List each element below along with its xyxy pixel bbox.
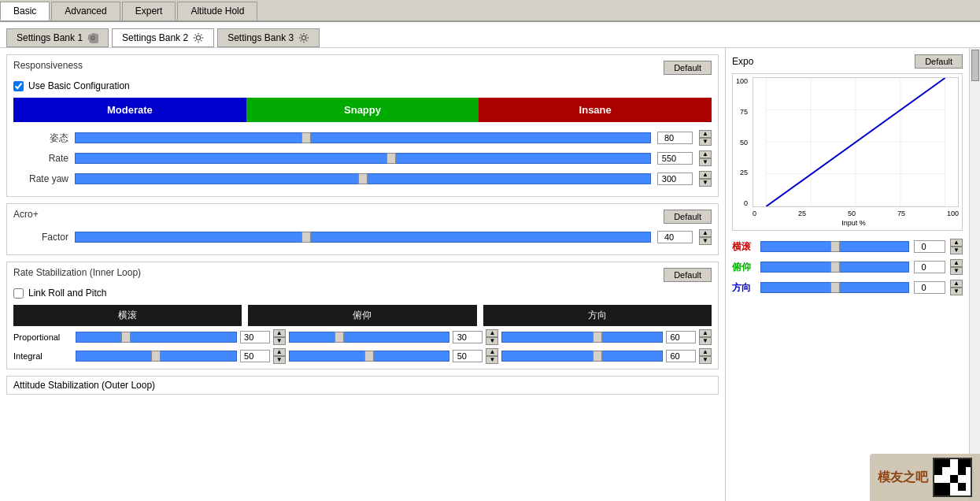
rate-yaw-slider[interactable] xyxy=(75,173,651,184)
gear-icon-2 xyxy=(193,32,204,43)
y-axis: 100 75 50 25 0 xyxy=(736,77,749,207)
rate-yaw-spin-down[interactable]: ▼ xyxy=(699,179,712,187)
int-roll-down[interactable]: ▼ xyxy=(273,356,286,364)
int-pitch-value[interactable]: 50 xyxy=(453,350,483,362)
prop-pitch-down[interactable]: ▼ xyxy=(486,337,498,345)
prop-pitch-value[interactable]: 30 xyxy=(453,331,483,343)
expo-sliders: 横滚 0 ▲ ▼ 俯仰 0 ▲ ▼ 方向 xyxy=(732,239,963,295)
x-tick-50: 50 xyxy=(848,210,856,217)
expo-pitch-slider[interactable] xyxy=(760,262,909,273)
tab-advanced[interactable]: Advanced xyxy=(51,2,120,20)
int-roll-up[interactable]: ▲ xyxy=(273,348,286,356)
int-yaw-slider[interactable] xyxy=(501,351,663,362)
expo-yaw-up[interactable]: ▲ xyxy=(950,280,963,288)
expo-roll-up[interactable]: ▲ xyxy=(950,239,963,247)
int-yaw-up[interactable]: ▲ xyxy=(699,348,712,356)
bank-tab-1[interactable]: Settings Bank 1 xyxy=(6,28,109,47)
bank-tab-2[interactable]: Settings Bank 2 xyxy=(112,28,214,47)
bank-tab-3[interactable]: Settings Bank 3 xyxy=(217,28,320,47)
expo-chart: 100 75 50 25 0 xyxy=(732,73,963,231)
rate-yaw-slider-row: Rate yaw 300 ▲ ▼ xyxy=(13,171,712,187)
expo-pitch-row: 俯仰 0 ▲ ▼ xyxy=(732,259,963,275)
tab-basic[interactable]: Basic xyxy=(0,2,50,20)
expo-roll-slider[interactable] xyxy=(760,241,909,252)
expo-yaw-down[interactable]: ▼ xyxy=(950,288,963,295)
mode-buttons: Moderate Snappy Insane xyxy=(13,98,712,122)
factor-slider[interactable] xyxy=(75,232,651,243)
int-pitch-spin: ▲ ▼ xyxy=(486,348,498,364)
int-pitch-up[interactable]: ▲ xyxy=(486,348,498,356)
prop-roll-down[interactable]: ▼ xyxy=(273,337,286,345)
expo-pitch-label: 俯仰 xyxy=(732,261,756,274)
expo-yaw-slider[interactable] xyxy=(760,282,909,293)
responsiveness-default-btn[interactable]: Default xyxy=(664,61,712,75)
x-tick-0: 0 xyxy=(753,210,756,217)
inner-loop-headers: 横滚 俯仰 方向 xyxy=(13,305,712,326)
prop-roll-slider[interactable] xyxy=(76,332,237,343)
y-tick-100: 100 xyxy=(736,77,748,85)
gear-icon-3 xyxy=(298,32,309,43)
acro-section: Acro+ Default Factor 40 ▲ ▼ xyxy=(6,203,719,255)
prop-roll-value[interactable]: 30 xyxy=(240,331,270,343)
rate-slider[interactable] xyxy=(75,153,651,164)
link-roll-pitch-checkbox[interactable] xyxy=(13,288,24,299)
int-pitch-down[interactable]: ▼ xyxy=(486,356,498,364)
attitude-spin-up[interactable]: ▲ xyxy=(699,130,712,138)
vertical-scrollbar[interactable] xyxy=(969,48,980,501)
prop-yaw-value[interactable]: 60 xyxy=(666,331,696,343)
rate-yaw-value[interactable]: 300 xyxy=(657,173,693,185)
rate-value[interactable]: 550 xyxy=(657,152,693,165)
mode-btn-insane[interactable]: Insane xyxy=(479,98,712,122)
x-tick-75: 75 xyxy=(897,210,905,217)
rate-yaw-spin-up[interactable]: ▲ xyxy=(699,171,712,179)
rate-spin-down[interactable]: ▼ xyxy=(699,158,712,166)
prop-roll-up[interactable]: ▲ xyxy=(273,329,286,337)
factor-spin-down[interactable]: ▼ xyxy=(699,237,712,245)
attitude-spin-down[interactable]: ▼ xyxy=(699,138,712,146)
prop-yaw-up[interactable]: ▲ xyxy=(699,329,712,337)
factor-value[interactable]: 40 xyxy=(657,231,693,243)
expo-pitch-up[interactable]: ▲ xyxy=(950,259,963,267)
factor-spin-up[interactable]: ▲ xyxy=(699,229,712,237)
use-basic-config-checkbox[interactable] xyxy=(13,81,24,91)
prop-pitch-slider[interactable] xyxy=(289,332,450,343)
int-pitch-slider[interactable] xyxy=(289,351,450,362)
int-roll-spin: ▲ ▼ xyxy=(273,348,286,364)
int-yaw-down[interactable]: ▼ xyxy=(699,356,712,364)
prop-yaw-down[interactable]: ▼ xyxy=(699,337,712,345)
tab-altitude-hold[interactable]: Altitude Hold xyxy=(177,2,257,20)
attitude-value[interactable]: 80 xyxy=(657,132,693,144)
mode-btn-snappy[interactable]: Snappy xyxy=(246,98,479,122)
rate-stab-default-btn[interactable]: Default xyxy=(664,268,712,282)
scrollbar-thumb[interactable] xyxy=(971,50,979,81)
bank-tab-bar: Settings Bank 1 Settings Bank 2 Settings… xyxy=(0,22,980,48)
expo-yaw-value[interactable]: 0 xyxy=(914,281,945,294)
expo-roll-value[interactable]: 0 xyxy=(914,240,945,253)
link-roll-pitch-row: Link Roll and Pitch xyxy=(13,288,712,299)
expo-roll-down[interactable]: ▼ xyxy=(950,247,963,254)
prop-yaw-slider[interactable] xyxy=(501,332,663,343)
int-roll-value[interactable]: 50 xyxy=(240,350,270,362)
expo-pitch-value[interactable]: 0 xyxy=(914,261,945,273)
prop-pitch-up[interactable]: ▲ xyxy=(486,329,498,337)
svg-rect-16 xyxy=(958,483,966,491)
int-yaw-value[interactable]: 60 xyxy=(666,350,696,362)
expo-header: Expo Default xyxy=(732,54,963,69)
expo-roll-row: 横滚 0 ▲ ▼ xyxy=(732,239,963,254)
svg-point-1 xyxy=(302,35,306,39)
factor-spin: ▲ ▼ xyxy=(699,229,712,245)
tab-expert[interactable]: Expert xyxy=(122,2,176,20)
svg-rect-17 xyxy=(942,467,950,475)
expo-pitch-down[interactable]: ▼ xyxy=(950,267,963,275)
acro-default-btn[interactable]: Default xyxy=(664,210,712,224)
rate-stab-title: Rate Stabilization (Inner Loop) xyxy=(13,267,141,278)
rate-spin-up[interactable]: ▲ xyxy=(699,150,712,158)
mode-btn-moderate[interactable]: Moderate xyxy=(13,98,246,122)
x-label-text: Input % xyxy=(841,219,866,227)
int-roll-slider[interactable] xyxy=(76,351,237,362)
attitude-slider[interactable] xyxy=(75,132,651,143)
prop-pitch-spin: ▲ ▼ xyxy=(486,329,498,345)
chart-plot-area: 0 25 50 75 100 xyxy=(753,77,959,217)
col-yaw-header: 方向 xyxy=(483,305,712,326)
expo-default-btn[interactable]: Default xyxy=(915,54,963,69)
